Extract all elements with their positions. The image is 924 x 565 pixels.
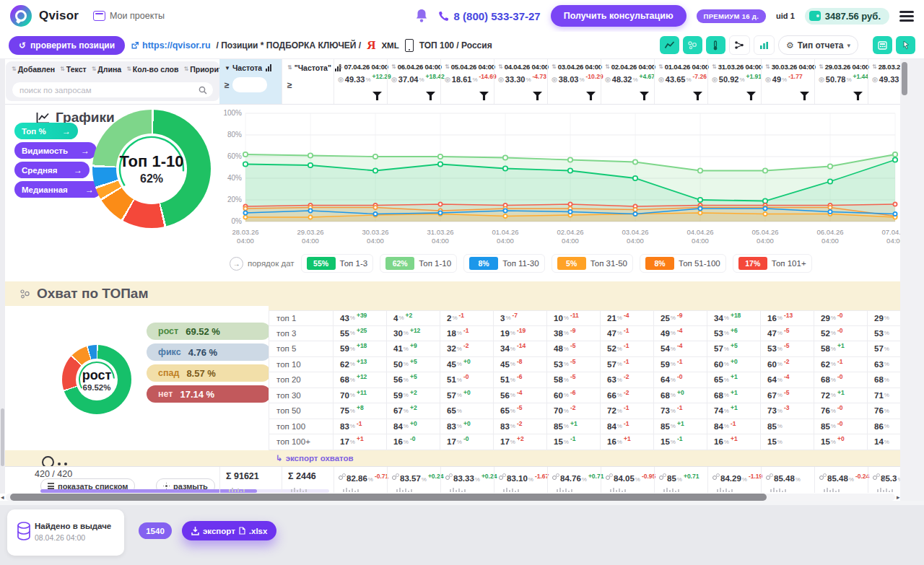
filter-funnel-icon[interactable] bbox=[640, 92, 649, 100]
date-column[interactable]: ⇅03.04.26 04:00◎38.03%-10.29 bbox=[547, 59, 601, 104]
coverage-value: 85 bbox=[554, 422, 563, 431]
hamburger-menu-icon[interactable] bbox=[899, 11, 914, 22]
export-xlsx-button[interactable]: экспорт .xlsx bbox=[182, 521, 276, 540]
coverage-donut: рост 69.52% bbox=[62, 345, 131, 414]
query-column-header[interactable]: ⇅Добавлен bbox=[12, 65, 55, 74]
date-column[interactable]: ⇅29.03.26 04:00◎50.78%+1.44 bbox=[814, 59, 868, 104]
coverage-cell: 57%+0 bbox=[440, 388, 494, 404]
coverage-value: 50 bbox=[393, 360, 403, 369]
filter-funnel-icon[interactable] bbox=[533, 92, 542, 100]
coverage-delta: -2 bbox=[624, 373, 629, 380]
filter-funnel-icon[interactable] bbox=[746, 92, 756, 100]
legend-item[interactable]: 8%Топ 51-100 bbox=[640, 254, 726, 273]
scroll-right-arrow[interactable]: ▸ bbox=[897, 494, 900, 501]
quoted-frequency-min-input[interactable] bbox=[295, 77, 326, 92]
query-column-header[interactable]: ⇅Текст bbox=[60, 65, 87, 74]
graph-mode-button[interactable]: Медианная→ bbox=[14, 181, 101, 198]
coverage-delta: +0 bbox=[731, 358, 738, 365]
qvisor-logo-icon[interactable] bbox=[10, 5, 32, 27]
notification-bell-icon[interactable] bbox=[415, 9, 428, 23]
coverage-value: 59 bbox=[340, 344, 349, 353]
coverage-value: 57 bbox=[874, 344, 884, 353]
export-coverage-link[interactable]: ↳ экспорт охватов bbox=[276, 453, 354, 463]
coverage-value: 38 bbox=[554, 329, 563, 338]
legend-item[interactable]: 8%Топ 11-30 bbox=[463, 254, 545, 273]
filter-funnel-icon[interactable] bbox=[853, 92, 863, 100]
date-column[interactable]: ⇅05.04.26 04:00◎18.61%-14.69 bbox=[440, 59, 494, 104]
arrow-right-icon: → bbox=[62, 126, 71, 136]
frequency-min-input[interactable] bbox=[232, 77, 267, 92]
bar-chart-button[interactable] bbox=[754, 35, 775, 55]
premium-badge[interactable]: ПРЕМИУМ 16 д. bbox=[697, 9, 766, 23]
date-column[interactable]: ⇅04.04.26 04:00◎33.30%-4.73 bbox=[494, 59, 547, 104]
date-column[interactable]: ⇅31.03.26 04:00◎50.92%+1.91 bbox=[707, 59, 761, 104]
site-url-link[interactable]: https://qvisor.ru bbox=[131, 40, 210, 51]
filter-funnel-icon[interactable] bbox=[800, 92, 809, 100]
date-column[interactable]: ⇅02.04.26 04:00◎48.32%+4.67 bbox=[601, 59, 654, 104]
summary-percent: 83.33 bbox=[453, 474, 474, 483]
coverage-delta: +0 bbox=[463, 420, 471, 427]
graph-mode-button[interactable]: Видимость→ bbox=[14, 142, 97, 159]
legend-item[interactable]: 5%Топ 31-50 bbox=[552, 254, 633, 273]
filter-funnel-icon[interactable] bbox=[372, 92, 382, 100]
report-type-dropdown[interactable]: ⚙ Тип отчета ▾ bbox=[778, 35, 858, 55]
left-scrollbar-track[interactable] bbox=[0, 59, 5, 494]
phone-block[interactable]: 8 (800) 533-37-27 bbox=[438, 10, 541, 22]
coverage-cell: 73%-3 bbox=[761, 403, 814, 419]
coverage-view-button[interactable] bbox=[683, 36, 702, 54]
vertical-scrollbar-thumb[interactable] bbox=[902, 62, 907, 95]
coverage-value: 30 bbox=[393, 329, 403, 338]
balance-badge[interactable]: 3487.56 руб. bbox=[805, 8, 889, 25]
coverage-cell: 60%-6 bbox=[547, 388, 601, 404]
coverage-cell: 68%+0 bbox=[654, 388, 707, 404]
coverage-value: 57 bbox=[714, 344, 723, 353]
legend-label: Топ 1-3 bbox=[340, 259, 368, 268]
frequency-column-header[interactable]: ▼ Частота ≥ bbox=[219, 59, 282, 104]
query-column-header[interactable]: ⇅Кол-во слов bbox=[126, 65, 178, 74]
left-scrollbar-thumb[interactable] bbox=[1, 408, 4, 466]
search-icon[interactable] bbox=[199, 86, 207, 95]
thermometer-button[interactable] bbox=[706, 36, 725, 54]
calculator-button[interactable] bbox=[873, 36, 892, 54]
date-label: 28.03.26 04:00 bbox=[879, 63, 900, 71]
list-icon bbox=[48, 483, 54, 489]
get-consultation-button[interactable]: Получить консультацию bbox=[551, 5, 687, 27]
date-column[interactable]: ⇅30.03.26 04:00◎49%-1.77 bbox=[761, 59, 814, 104]
my-projects-link[interactable]: Мои проекты bbox=[93, 11, 165, 21]
graph-mode-button[interactable]: Средняя→ bbox=[14, 162, 90, 178]
date-order-toggle[interactable]: → порядок дат bbox=[230, 257, 295, 271]
search-input[interactable] bbox=[18, 85, 199, 95]
date-column[interactable]: ⇅28.03.26 04:00◎49.33% bbox=[868, 59, 900, 104]
line-chart-view-button[interactable] bbox=[660, 36, 679, 54]
legend-item[interactable]: 17%Топ 101+ bbox=[733, 254, 812, 273]
summary-date-cell: 85%+0.71 bbox=[654, 467, 707, 493]
horizontal-scrollbar-thumb[interactable] bbox=[10, 494, 767, 501]
graph-mode-button[interactable]: Топ %→ bbox=[14, 123, 78, 139]
site-url-text: https://qvisor.ru bbox=[142, 40, 210, 51]
filter-funnel-icon[interactable] bbox=[586, 92, 596, 100]
date-column[interactable]: ⇅06.04.26 04:00◎37.04%+18.42 bbox=[387, 59, 440, 104]
svg-text:04:00: 04:00 bbox=[497, 237, 514, 245]
coverage-value: 71 bbox=[874, 391, 884, 400]
horizontal-scrollbar[interactable] bbox=[6, 494, 895, 501]
filter-funnel-icon[interactable] bbox=[479, 92, 489, 100]
check-positions-button[interactable]: ↺ проверить позиции bbox=[9, 36, 125, 55]
legend-item[interactable]: 62%Топ 1-10 bbox=[380, 254, 457, 273]
query-column-header[interactable]: ⇅Длина bbox=[92, 65, 122, 74]
coverage-delta: -0 bbox=[463, 435, 469, 442]
share-nodes-button[interactable] bbox=[729, 35, 750, 55]
collapse-caret-icon[interactable]: ▾ bbox=[882, 476, 886, 483]
date-column[interactable]: ⇅07.04.26 04:00◎49.33%+12.29 bbox=[334, 59, 387, 104]
legend-item[interactable]: 55%Топ 1-3 bbox=[301, 254, 374, 273]
cursor-click-button[interactable] bbox=[896, 36, 915, 54]
summary-date-cell: 83.57%+0.24 bbox=[387, 467, 440, 493]
filter-funnel-icon[interactable] bbox=[426, 92, 435, 100]
scroll-left-arrow[interactable]: ◂ bbox=[1, 494, 4, 501]
coverage-cell: 16%-0 bbox=[387, 434, 440, 450]
branch-arrow-icon: ↳ bbox=[276, 453, 283, 463]
date-column[interactable]: ⇅01.04.26 04:00◎43.65%-7.26 bbox=[654, 59, 707, 104]
coverage-value: 59 bbox=[661, 360, 670, 369]
quoted-frequency-column-header[interactable]: ⇅ "Частота" ≥ bbox=[282, 59, 334, 104]
filter-funnel-icon[interactable] bbox=[693, 92, 702, 100]
sort-icon: ⇅ bbox=[819, 64, 824, 70]
